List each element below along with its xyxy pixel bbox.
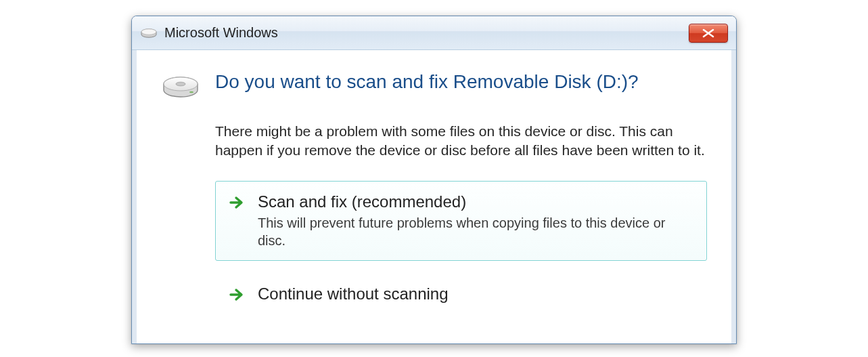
option-scan-and-fix[interactable]: Scan and fix (recommended) This will pre…: [215, 181, 707, 261]
option-subtitle: This will prevent future problems when c…: [258, 214, 693, 249]
option-text: Scan and fix (recommended) This will pre…: [258, 192, 693, 249]
disk-icon: [161, 73, 200, 106]
svg-point-4: [176, 82, 185, 86]
arrow-icon: [229, 195, 246, 213]
option-text: Continue without scanning: [258, 285, 449, 303]
option-title: Scan and fix (recommended): [258, 192, 693, 211]
dialog-title: Microsoft Windows: [164, 25, 689, 41]
dialog-window: Microsoft Windows: [131, 16, 737, 344]
dialog-body: Do you want to scan and fix Removable Di…: [132, 50, 736, 343]
option-continue-without-scanning[interactable]: Continue without scanning: [215, 273, 707, 316]
dialog-description: There might be a problem with some files…: [215, 122, 707, 161]
close-icon: [702, 28, 715, 38]
drive-icon: [140, 26, 158, 40]
arrow-icon: [229, 287, 246, 305]
titlebar[interactable]: Microsoft Windows: [132, 16, 736, 50]
options-list: Scan and fix (recommended) This will pre…: [215, 181, 707, 316]
close-button[interactable]: [689, 24, 728, 43]
svg-point-1: [141, 28, 156, 34]
heading-row: Do you want to scan and fix Removable Di…: [161, 70, 707, 106]
option-title: Continue without scanning: [258, 285, 449, 303]
dialog-heading: Do you want to scan and fix Removable Di…: [215, 70, 639, 93]
svg-point-5: [189, 91, 193, 93]
